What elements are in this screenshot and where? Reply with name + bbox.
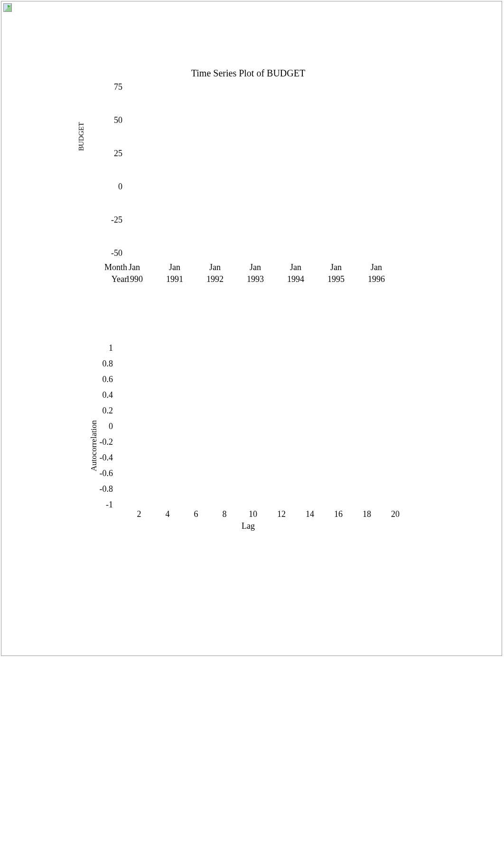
y-tick: -0.4 (89, 453, 113, 463)
x-tick: 14 (300, 509, 319, 519)
x-tick-month: Jan (241, 262, 270, 272)
x-tick-year: 1990 (120, 274, 149, 284)
x-tick-year: 1991 (160, 274, 189, 284)
image-frame: Time Series Plot of BUDGET BUDGET 75 50 … (1, 1, 502, 656)
x-tick: 18 (357, 509, 376, 519)
x-tick-month: Jan (362, 262, 391, 272)
x-tick: 2 (130, 509, 149, 519)
x-tick-month: Jan (201, 262, 229, 272)
x-tick: 10 (243, 509, 262, 519)
x-tick-month: Jan (160, 262, 189, 272)
y-tick: 0.4 (89, 390, 113, 400)
x-axis-label: Lag (82, 521, 414, 531)
y-tick: -50 (103, 248, 122, 258)
time-series-chart: Time Series Plot of BUDGET BUDGET 75 50 … (82, 68, 414, 296)
x-tick-month: Jan (322, 262, 350, 272)
y-tick: 0.6 (89, 375, 113, 384)
y-tick: 75 (103, 82, 122, 92)
y-tick: -1 (89, 500, 113, 510)
autocorrelation-chart: Autocorrelation 1 0.8 0.6 0.4 0.2 0 -0.2… (82, 343, 414, 543)
x-tick: 6 (187, 509, 205, 519)
x-tick: 12 (272, 509, 291, 519)
y-tick: 0 (89, 422, 113, 431)
x-tick-month: Jan (281, 262, 310, 272)
x-tick-year: 1993 (241, 274, 270, 284)
chart-title: Time Series Plot of BUDGET (82, 68, 414, 79)
y-tick: -25 (103, 215, 122, 225)
x-tick-year: 1995 (322, 274, 350, 284)
y-tick: 0.2 (89, 406, 113, 416)
plot-area: 1 0.8 0.6 0.4 0.2 0 -0.2 -0.4 -0.6 -0.8 … (118, 348, 402, 505)
y-axis-label: BUDGET (77, 122, 85, 151)
x-tick-month: Jan (120, 262, 149, 272)
y-tick: -0.2 (89, 437, 113, 447)
x-tick: 4 (158, 509, 177, 519)
y-tick: 1 (89, 343, 113, 353)
x-tick-year: 1992 (201, 274, 229, 284)
y-tick: 0 (103, 182, 122, 192)
y-tick: 25 (103, 149, 122, 159)
broken-image-icon (3, 3, 12, 12)
y-tick: 0.8 (89, 359, 113, 369)
x-tick: 16 (329, 509, 348, 519)
x-tick-year: 1996 (362, 274, 391, 284)
x-tick: 20 (386, 509, 405, 519)
y-tick: 50 (103, 115, 122, 125)
plot-area: 75 50 25 0 -25 -50 (127, 87, 393, 253)
y-tick: -0.8 (89, 484, 113, 494)
x-tick: 8 (215, 509, 234, 519)
x-tick-year: 1994 (281, 274, 310, 284)
y-tick: -0.6 (89, 468, 113, 478)
